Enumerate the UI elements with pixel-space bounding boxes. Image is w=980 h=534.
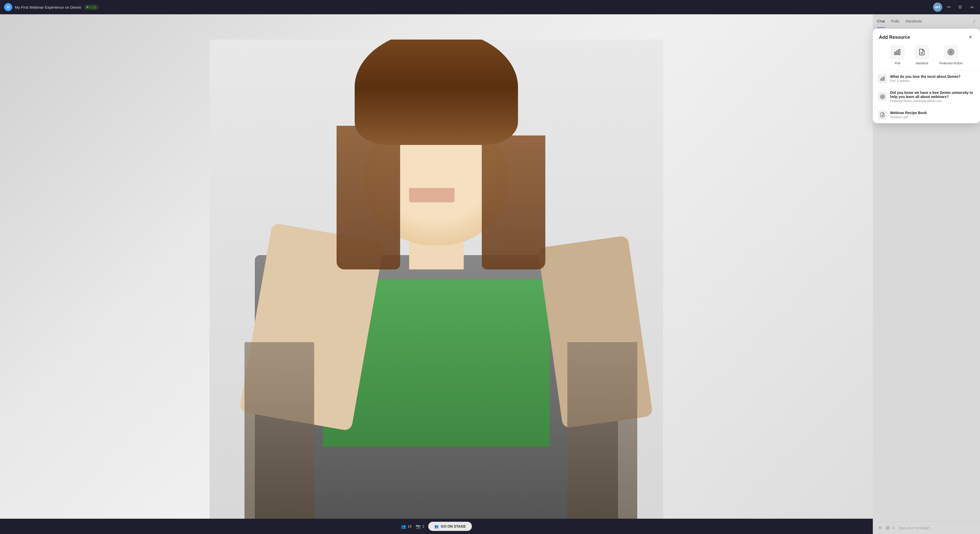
svg-rect-10 (883, 77, 884, 81)
attendee-count-stat: 👥 19 (401, 524, 412, 529)
resource-featured-icon (878, 92, 887, 101)
svg-rect-1 (897, 51, 898, 55)
session-icon: D (4, 3, 12, 11)
video-background (0, 14, 873, 519)
camera-count: 2 (422, 524, 425, 528)
resource-handout-icon (878, 110, 887, 119)
resource-list: What do you love the most about Demio? P… (873, 70, 980, 123)
resource-item-handout[interactable]: Webinar Recipe Book Handout, pdf (873, 106, 980, 123)
resource-handout-title: Webinar Recipe Book (890, 111, 975, 115)
resource-poll-info: What do you love the most about Demio? P… (890, 75, 975, 83)
resource-handout-info: Webinar Recipe Book Handout, pdf (890, 111, 975, 119)
resource-item-featured[interactable]: Did you know we have a free Demio univer… (873, 87, 980, 106)
resource-featured-info: Did you know we have a free Demio univer… (890, 91, 975, 103)
poll-type-label: Poll (895, 61, 900, 65)
handout-type-label: Handout (916, 61, 928, 65)
user-avatar-button[interactable]: WY (933, 3, 942, 12)
main-content: 👥 19 📷 2 👥 GO ON STAGE Chat Polls Handou… (0, 14, 980, 534)
attendee-icon: 👥 (401, 524, 406, 529)
modal-overlay: Add Resource ✕ (873, 14, 980, 534)
svg-rect-0 (895, 52, 896, 55)
resource-poll-icon (878, 74, 887, 83)
featured-action-type-label: Featured Action (939, 61, 963, 65)
video-container (0, 14, 873, 519)
video-bottom-bar: 👥 19 📷 2 👥 GO ON STAGE (0, 519, 873, 534)
video-area: 👥 19 📷 2 👥 GO ON STAGE (0, 14, 873, 534)
topbar: D My First Webinar Experience on Demio 0… (0, 0, 980, 14)
go-stage-label: GO ON STAGE (441, 524, 466, 528)
poll-type-icon (890, 45, 904, 59)
modal-close-button[interactable]: ✕ (967, 34, 974, 41)
topbar-right: WY ✏ ⚙ ⇥ (933, 3, 976, 12)
resource-type-featured-action[interactable]: Featured Action (939, 45, 963, 65)
svg-point-13 (882, 96, 883, 97)
resource-poll-subtitle: Poll, 4 options (890, 79, 975, 83)
session-title: My First Webinar Experience on Demio (15, 5, 81, 10)
settings-icon-button[interactable]: ⚙ (956, 3, 965, 12)
topbar-left: D My First Webinar Experience on Demio 0… (4, 3, 933, 11)
go-on-stage-button[interactable]: 👥 GO ON STAGE (428, 522, 472, 531)
svg-point-7 (950, 52, 952, 53)
featured-action-type-icon (944, 45, 958, 59)
pencil-icon-button[interactable]: ✏ (944, 3, 953, 12)
go-stage-icon: 👥 (434, 524, 439, 528)
resource-featured-subtitle: Featured Action, university.demio.com (890, 99, 975, 103)
modal-title: Add Resource (879, 35, 910, 40)
avatar-initials: WY (935, 5, 940, 9)
svg-rect-2 (899, 49, 900, 55)
resource-featured-title: Did you know we have a free Demio univer… (890, 91, 975, 99)
camera-icon: 📷 (416, 524, 421, 529)
close-icon: ✕ (969, 35, 972, 40)
right-panel: Chat Polls Handouts ⤢ Public ▾ | All ? @… (873, 14, 980, 534)
timer-dot (86, 6, 89, 8)
session-icon-text: D (7, 5, 10, 9)
add-resource-modal: Add Resource ✕ (873, 29, 980, 123)
svg-rect-8 (881, 79, 881, 81)
resource-type-handout[interactable]: Handout (915, 45, 929, 65)
modal-header: Add Resource ✕ (873, 29, 980, 45)
camera-count-stat: 📷 2 (416, 524, 425, 529)
resource-type-poll[interactable]: Poll (890, 45, 904, 65)
resource-types-row: Poll Handout (873, 45, 980, 70)
resource-poll-title: What do you love the most about Demio? (890, 75, 975, 79)
exit-icon-button[interactable]: ⇥ (967, 3, 976, 12)
handout-type-icon (915, 45, 929, 59)
attendee-count: 19 (407, 524, 412, 528)
resource-item-poll[interactable]: What do you love the most about Demio? P… (873, 70, 980, 87)
svg-rect-9 (882, 78, 883, 81)
resource-handout-subtitle: Handout, pdf (890, 115, 975, 119)
timer-badge: 0:33 (84, 5, 99, 10)
timer-value: 0:33 (90, 5, 96, 9)
